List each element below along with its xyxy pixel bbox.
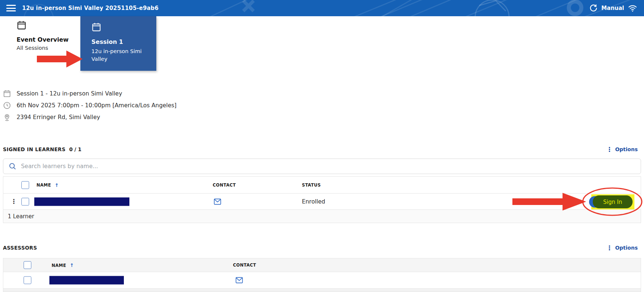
sort-ascending-icon[interactable]: ↑ <box>70 263 74 268</box>
sync-mode-label[interactable]: Manual <box>601 5 624 11</box>
column-header-status: STATUS <box>302 182 321 188</box>
kebab-menu-icon: ⋮ <box>606 245 613 251</box>
app-header: 12u in-person Simi Valley 20251105-e9ab6… <box>0 0 644 16</box>
session-time: 6th Nov 2025 7:00pm - 10:00pm [America/L… <box>17 102 177 109</box>
learner-row: ⋮ Enrolled <box>3 194 641 210</box>
learner-status: Enrolled <box>302 198 325 205</box>
column-header-contact: CONTACT <box>213 182 236 188</box>
learners-section-header: SIGNED IN LEARNERS 0 / 1 ⋮ Options <box>3 145 638 154</box>
tab-overview-title: Event Overview <box>17 36 79 43</box>
assessors-section-header: ASSESSORS ⋮ Options <box>3 243 638 253</box>
select-all-checkbox[interactable] <box>24 261 31 269</box>
redacted-assessor-name <box>49 276 124 285</box>
row-checkbox[interactable] <box>24 277 31 284</box>
assessors-section-title: ASSESSORS <box>3 245 37 251</box>
assessors-options-button[interactable]: ⋮ Options <box>606 245 638 251</box>
email-icon[interactable] <box>213 198 222 205</box>
search-learners-input[interactable] <box>21 163 641 170</box>
learner-count-label: 1 Learner <box>8 213 34 220</box>
learners-table-footer: 1 Learner <box>3 210 641 223</box>
red-arrow-session <box>37 51 83 67</box>
sync-refresh-icon[interactable] <box>589 4 598 12</box>
tab-overview-subtitle: All Sessions <box>17 45 79 51</box>
redacted-learner-name <box>34 197 129 206</box>
calendar-icon <box>3 90 11 98</box>
assessors-table-footer <box>3 289 641 292</box>
session-location-row: 2394 Erringer Rd, Simi Valley <box>3 111 177 123</box>
wifi-icon <box>628 4 637 12</box>
calendar-icon <box>91 22 101 32</box>
session-details: Session 1 - 12u in-person Simi Valley 6t… <box>3 88 177 123</box>
column-header-contact: CONTACT <box>233 263 256 268</box>
email-icon[interactable] <box>235 277 243 284</box>
session-name-row: Session 1 - 12u in-person Simi Valley <box>3 88 177 100</box>
learners-signed-in-count: 0 / 1 <box>69 146 81 152</box>
session-location: 2394 Erringer Rd, Simi Valley <box>17 114 100 121</box>
location-pin-icon <box>3 113 11 121</box>
kebab-menu-icon: ⋮ <box>606 146 613 153</box>
column-header-name[interactable]: NAME <box>52 263 66 268</box>
tab-session-title: Session 1 <box>91 38 149 45</box>
clock-icon <box>3 101 11 110</box>
sign-in-button-label: Sign In <box>603 199 622 205</box>
column-header-name[interactable]: NAME <box>36 182 51 188</box>
page: 12u in-person Simi Valley 20251105-e9ab6… <box>0 0 644 292</box>
row-checkbox[interactable] <box>21 198 29 205</box>
menu-icon[interactable] <box>6 5 16 11</box>
search-icon <box>8 162 17 170</box>
row-menu-icon[interactable]: ⋮ <box>11 200 17 203</box>
assessors-table: NAME ↑ CONTACT <box>3 258 641 292</box>
session-time-row: 6th Nov 2025 7:00pm - 10:00pm [America/L… <box>3 100 177 111</box>
learners-table: NAME ↑ CONTACT STATUS ⋮ <box>3 176 641 223</box>
learners-section-title: SIGNED IN LEARNERS <box>3 146 66 152</box>
assessors-table-header: NAME ↑ CONTACT <box>3 258 641 272</box>
select-all-checkbox[interactable] <box>21 181 29 189</box>
session-name: Session 1 - 12u in-person Simi Valley <box>17 90 122 97</box>
sort-ascending-icon[interactable]: ↑ <box>55 182 59 188</box>
sign-in-annotation: Sign In <box>589 193 637 211</box>
learners-table-header: NAME ↑ CONTACT STATUS <box>3 177 641 194</box>
calendar-icon <box>17 20 27 30</box>
sign-in-button[interactable]: Sign In <box>593 195 633 208</box>
tab-session-subtitle: 12u in-person Simi Valley <box>91 48 150 63</box>
tab-event-overview[interactable]: Event Overview All Sessions <box>17 20 79 51</box>
assessor-row <box>3 272 641 289</box>
learners-options-button[interactable]: ⋮ Options <box>606 146 638 153</box>
learners-options-label: Options <box>615 146 638 152</box>
learner-search-box <box>3 159 641 174</box>
page-title: 12u in-person Simi Valley 20251105-e9ab6 <box>22 5 159 11</box>
tab-session-1[interactable]: Session 1 12u in-person Simi Valley <box>80 16 156 71</box>
assessors-options-label: Options <box>615 245 638 251</box>
